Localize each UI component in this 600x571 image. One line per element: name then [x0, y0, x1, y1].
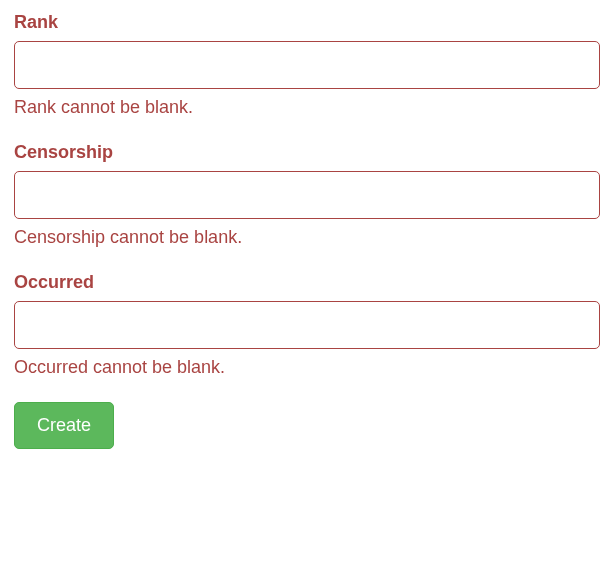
- form-group-censorship: Censorship Censorship cannot be blank.: [14, 142, 600, 248]
- create-button[interactable]: Create: [14, 402, 114, 449]
- form-group-occurred: Occurred Occurred cannot be blank.: [14, 272, 600, 378]
- rank-input[interactable]: [14, 41, 600, 89]
- occurred-input[interactable]: [14, 301, 600, 349]
- rank-error-message: Rank cannot be blank.: [14, 97, 600, 118]
- censorship-error-message: Censorship cannot be blank.: [14, 227, 600, 248]
- rank-label: Rank: [14, 12, 600, 33]
- censorship-label: Censorship: [14, 142, 600, 163]
- create-form: Rank Rank cannot be blank. Censorship Ce…: [14, 12, 600, 449]
- occurred-error-message: Occurred cannot be blank.: [14, 357, 600, 378]
- form-group-rank: Rank Rank cannot be blank.: [14, 12, 600, 118]
- occurred-label: Occurred: [14, 272, 600, 293]
- censorship-input[interactable]: [14, 171, 600, 219]
